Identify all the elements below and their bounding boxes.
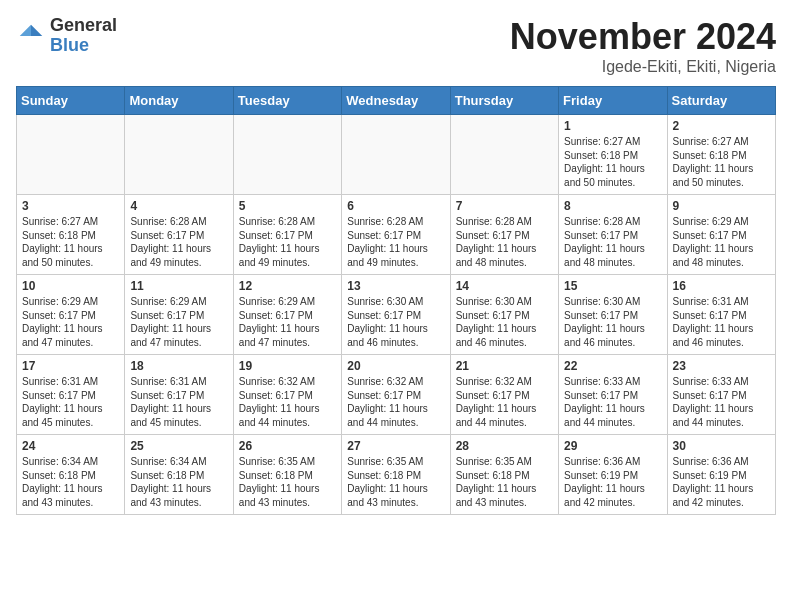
month-title: November 2024 [510,16,776,58]
day-cell [450,115,558,195]
day-cell: 12Sunrise: 6:29 AM Sunset: 6:17 PM Dayli… [233,275,341,355]
day-info: Sunrise: 6:29 AM Sunset: 6:17 PM Dayligh… [673,215,770,269]
weekday-header-sunday: Sunday [17,87,125,115]
day-info: Sunrise: 6:28 AM Sunset: 6:17 PM Dayligh… [347,215,444,269]
day-number: 23 [673,359,770,373]
day-cell [233,115,341,195]
day-info: Sunrise: 6:31 AM Sunset: 6:17 PM Dayligh… [130,375,227,429]
weekday-header-tuesday: Tuesday [233,87,341,115]
day-cell: 11Sunrise: 6:29 AM Sunset: 6:17 PM Dayli… [125,275,233,355]
week-row-4: 17Sunrise: 6:31 AM Sunset: 6:17 PM Dayli… [17,355,776,435]
day-number: 2 [673,119,770,133]
day-number: 21 [456,359,553,373]
day-number: 10 [22,279,119,293]
day-info: Sunrise: 6:32 AM Sunset: 6:17 PM Dayligh… [239,375,336,429]
day-number: 5 [239,199,336,213]
day-info: Sunrise: 6:30 AM Sunset: 6:17 PM Dayligh… [456,295,553,349]
day-cell [17,115,125,195]
day-info: Sunrise: 6:28 AM Sunset: 6:17 PM Dayligh… [456,215,553,269]
day-number: 20 [347,359,444,373]
logo: General Blue [16,16,117,56]
weekday-header-thursday: Thursday [450,87,558,115]
day-number: 6 [347,199,444,213]
day-cell: 19Sunrise: 6:32 AM Sunset: 6:17 PM Dayli… [233,355,341,435]
day-number: 28 [456,439,553,453]
svg-marker-0 [31,25,42,36]
day-info: Sunrise: 6:29 AM Sunset: 6:17 PM Dayligh… [22,295,119,349]
weekday-header-wednesday: Wednesday [342,87,450,115]
day-cell: 25Sunrise: 6:34 AM Sunset: 6:18 PM Dayli… [125,435,233,515]
weekday-header-row: SundayMondayTuesdayWednesdayThursdayFrid… [17,87,776,115]
day-number: 24 [22,439,119,453]
day-cell: 10Sunrise: 6:29 AM Sunset: 6:17 PM Dayli… [17,275,125,355]
day-number: 18 [130,359,227,373]
day-number: 30 [673,439,770,453]
day-cell: 21Sunrise: 6:32 AM Sunset: 6:17 PM Dayli… [450,355,558,435]
day-number: 11 [130,279,227,293]
week-row-2: 3Sunrise: 6:27 AM Sunset: 6:18 PM Daylig… [17,195,776,275]
day-info: Sunrise: 6:34 AM Sunset: 6:18 PM Dayligh… [130,455,227,509]
day-cell: 9Sunrise: 6:29 AM Sunset: 6:17 PM Daylig… [667,195,775,275]
day-cell: 30Sunrise: 6:36 AM Sunset: 6:19 PM Dayli… [667,435,775,515]
day-info: Sunrise: 6:30 AM Sunset: 6:17 PM Dayligh… [564,295,661,349]
day-number: 14 [456,279,553,293]
day-number: 3 [22,199,119,213]
location-label: Igede-Ekiti, Ekiti, Nigeria [510,58,776,76]
week-row-3: 10Sunrise: 6:29 AM Sunset: 6:17 PM Dayli… [17,275,776,355]
day-info: Sunrise: 6:28 AM Sunset: 6:17 PM Dayligh… [130,215,227,269]
day-cell: 29Sunrise: 6:36 AM Sunset: 6:19 PM Dayli… [559,435,667,515]
day-number: 22 [564,359,661,373]
logo-blue-label: Blue [50,36,117,56]
day-cell: 18Sunrise: 6:31 AM Sunset: 6:17 PM Dayli… [125,355,233,435]
title-block: November 2024 Igede-Ekiti, Ekiti, Nigeri… [510,16,776,76]
day-cell: 1Sunrise: 6:27 AM Sunset: 6:18 PM Daylig… [559,115,667,195]
day-info: Sunrise: 6:32 AM Sunset: 6:17 PM Dayligh… [456,375,553,429]
day-info: Sunrise: 6:28 AM Sunset: 6:17 PM Dayligh… [239,215,336,269]
day-number: 16 [673,279,770,293]
day-info: Sunrise: 6:35 AM Sunset: 6:18 PM Dayligh… [347,455,444,509]
day-info: Sunrise: 6:31 AM Sunset: 6:17 PM Dayligh… [22,375,119,429]
logo-icon [16,21,46,51]
day-info: Sunrise: 6:35 AM Sunset: 6:18 PM Dayligh… [456,455,553,509]
day-cell: 5Sunrise: 6:28 AM Sunset: 6:17 PM Daylig… [233,195,341,275]
day-info: Sunrise: 6:29 AM Sunset: 6:17 PM Dayligh… [239,295,336,349]
day-cell: 22Sunrise: 6:33 AM Sunset: 6:17 PM Dayli… [559,355,667,435]
day-info: Sunrise: 6:33 AM Sunset: 6:17 PM Dayligh… [564,375,661,429]
day-info: Sunrise: 6:31 AM Sunset: 6:17 PM Dayligh… [673,295,770,349]
day-number: 19 [239,359,336,373]
day-info: Sunrise: 6:36 AM Sunset: 6:19 PM Dayligh… [673,455,770,509]
day-info: Sunrise: 6:36 AM Sunset: 6:19 PM Dayligh… [564,455,661,509]
day-number: 17 [22,359,119,373]
day-info: Sunrise: 6:29 AM Sunset: 6:17 PM Dayligh… [130,295,227,349]
day-cell: 7Sunrise: 6:28 AM Sunset: 6:17 PM Daylig… [450,195,558,275]
day-number: 7 [456,199,553,213]
day-info: Sunrise: 6:28 AM Sunset: 6:17 PM Dayligh… [564,215,661,269]
day-number: 4 [130,199,227,213]
day-info: Sunrise: 6:34 AM Sunset: 6:18 PM Dayligh… [22,455,119,509]
day-info: Sunrise: 6:30 AM Sunset: 6:17 PM Dayligh… [347,295,444,349]
week-row-1: 1Sunrise: 6:27 AM Sunset: 6:18 PM Daylig… [17,115,776,195]
day-cell: 15Sunrise: 6:30 AM Sunset: 6:17 PM Dayli… [559,275,667,355]
day-number: 8 [564,199,661,213]
day-cell: 8Sunrise: 6:28 AM Sunset: 6:17 PM Daylig… [559,195,667,275]
day-number: 29 [564,439,661,453]
page-header: General Blue November 2024 Igede-Ekiti, … [16,16,776,76]
day-info: Sunrise: 6:35 AM Sunset: 6:18 PM Dayligh… [239,455,336,509]
day-number: 1 [564,119,661,133]
day-cell: 16Sunrise: 6:31 AM Sunset: 6:17 PM Dayli… [667,275,775,355]
day-number: 15 [564,279,661,293]
weekday-header-saturday: Saturday [667,87,775,115]
logo-general-label: General [50,16,117,36]
day-info: Sunrise: 6:33 AM Sunset: 6:17 PM Dayligh… [673,375,770,429]
day-cell: 3Sunrise: 6:27 AM Sunset: 6:18 PM Daylig… [17,195,125,275]
day-cell: 28Sunrise: 6:35 AM Sunset: 6:18 PM Dayli… [450,435,558,515]
day-info: Sunrise: 6:27 AM Sunset: 6:18 PM Dayligh… [564,135,661,189]
day-cell: 6Sunrise: 6:28 AM Sunset: 6:17 PM Daylig… [342,195,450,275]
weekday-header-friday: Friday [559,87,667,115]
day-cell: 4Sunrise: 6:28 AM Sunset: 6:17 PM Daylig… [125,195,233,275]
day-cell: 14Sunrise: 6:30 AM Sunset: 6:17 PM Dayli… [450,275,558,355]
day-cell: 17Sunrise: 6:31 AM Sunset: 6:17 PM Dayli… [17,355,125,435]
day-number: 26 [239,439,336,453]
day-cell [342,115,450,195]
day-cell: 20Sunrise: 6:32 AM Sunset: 6:17 PM Dayli… [342,355,450,435]
